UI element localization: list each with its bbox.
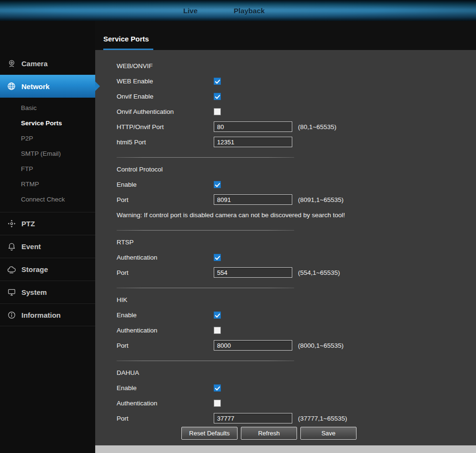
section-title-dahua: DAHUA <box>117 365 476 380</box>
sidebar-nav: CameraNetworkBasicService PortsP2PSMTP (… <box>0 21 95 453</box>
sidebar-item-label: Event <box>21 242 41 251</box>
hik-enable-checkbox[interactable] <box>214 312 221 319</box>
page: LivePlayback CameraNetworkBasicService P… <box>0 0 476 453</box>
form-row: Authentication <box>117 395 476 411</box>
control-protocol-enable-checkbox[interactable] <box>214 181 221 188</box>
field-label: Authentication <box>117 400 214 407</box>
form-row: WEB Enable <box>117 73 476 89</box>
sidebar-item-storage[interactable]: Storage <box>0 258 95 281</box>
section-title-rtsp: RTSP <box>117 234 476 250</box>
main-header: Service Ports <box>95 21 476 50</box>
form-row: Onvif Authentication <box>117 104 476 119</box>
range-hint: (80,1~65535) <box>298 123 337 131</box>
sidebar-item-system[interactable]: System <box>0 281 95 303</box>
sidebar-item-label: Storage <box>21 265 48 273</box>
topbar-tab-playback[interactable]: Playback <box>234 7 265 15</box>
sidebar-item-label: Network <box>21 82 50 91</box>
sidebar-item-label: PTZ <box>21 220 35 228</box>
sidebar-item-information[interactable]: Information <box>0 303 95 326</box>
section-title-control-protocol: Control Protocol <box>117 161 476 177</box>
field-label: Authentication <box>117 254 214 261</box>
rtsp-authentication-checkbox[interactable] <box>214 254 221 261</box>
sidebar-subitem-ftp[interactable]: FTP <box>0 161 95 177</box>
sidebar-item-label: System <box>21 288 47 296</box>
range-hint: (8091,1~65535) <box>298 196 344 203</box>
refresh-button[interactable]: Refresh <box>241 427 297 440</box>
dahua-port-input[interactable] <box>214 413 292 423</box>
form-row: Authentication <box>117 250 476 265</box>
control-protocol-port-input[interactable] <box>214 194 292 205</box>
sidebar-subitem-service-ports[interactable]: Service Ports <box>0 116 95 131</box>
sidebar-item-label: Information <box>21 311 61 319</box>
web-onvif-onvif-authentication-checkbox[interactable] <box>214 108 221 115</box>
section-divider <box>117 230 294 231</box>
info-icon <box>7 310 16 320</box>
form-row: Onvif Enable <box>117 89 476 104</box>
sidebar-item-label: Camera <box>21 60 48 68</box>
sidebar-item-event[interactable]: Event <box>0 235 95 258</box>
topbar: LivePlayback <box>0 0 476 21</box>
field-label: WEB Enable <box>117 78 214 85</box>
reset-defaults-button[interactable]: Reset Defaults <box>181 427 238 440</box>
bottom-strip <box>95 445 476 453</box>
section-divider <box>117 288 294 288</box>
field-label: Port <box>117 342 214 349</box>
field-label: Port <box>117 415 214 422</box>
hik-authentication-checkbox[interactable] <box>214 327 221 334</box>
field-label: Enable <box>117 181 214 188</box>
tab-service-ports[interactable]: Service Ports <box>103 35 153 50</box>
section-title-hik: HIK <box>117 292 476 307</box>
web-onvif-onvif-enable-checkbox[interactable] <box>214 93 221 100</box>
save-button[interactable]: Save <box>300 427 357 440</box>
form-row: Authentication <box>117 322 476 338</box>
topbar-tab-live[interactable]: Live <box>183 7 198 15</box>
sidebar-submenu: BasicService PortsP2PSMTP (Email)FTPRTMP… <box>0 98 95 212</box>
sidebar-item-network[interactable]: Network <box>0 75 95 98</box>
form-row: HTTP/Onvif Port(80,1~65535) <box>117 119 476 134</box>
form-row: Enable <box>117 307 476 322</box>
sidebar-item-ptz[interactable]: PTZ <box>0 212 95 235</box>
field-label: Enable <box>117 384 214 392</box>
form-row: Port(554,1~65535) <box>117 265 476 280</box>
app-body: CameraNetworkBasicService PortsP2PSMTP (… <box>0 21 476 453</box>
field-label: Authentication <box>117 327 214 334</box>
web-onvif-http-onvif-port-input[interactable] <box>214 121 292 132</box>
sidebar-subitem-smtp-email[interactable]: SMTP (Email) <box>0 146 95 161</box>
topbar-tabs: LivePlayback <box>183 7 265 15</box>
field-label: Onvif Enable <box>117 93 214 100</box>
action-buttons: Reset DefaultsRefreshSave <box>181 427 476 440</box>
service-ports-form: WEB/ONVIFWEB EnableOnvif EnableOnvif Aut… <box>117 58 476 426</box>
field-label: HTTP/Onvif Port <box>117 123 214 131</box>
section-divider <box>117 361 294 361</box>
storage-icon <box>7 265 16 274</box>
sidebar-subitem-rtmp[interactable]: RTMP <box>0 177 95 192</box>
sidebar-subitem-basic[interactable]: Basic <box>0 101 95 116</box>
dahua-authentication-checkbox[interactable] <box>214 400 221 407</box>
hik-port-input[interactable] <box>214 340 292 351</box>
section-title-web-onvif: WEB/ONVIF <box>117 58 476 73</box>
field-label: Port <box>117 269 214 276</box>
dahua-enable-checkbox[interactable] <box>214 384 221 392</box>
field-label: html5 Port <box>117 139 214 146</box>
ptz-icon <box>7 219 16 229</box>
main-panel: Service Ports WEB/ONVIFWEB EnableOnvif E… <box>95 21 476 453</box>
camera-icon <box>7 59 16 68</box>
warning-text: Warning: If control port is disabled cam… <box>117 207 476 222</box>
form-row: Port(8091,1~65535) <box>117 192 476 207</box>
form-row: Port(37777,1~65535) <box>117 411 476 426</box>
field-label: Onvif Authentication <box>117 108 214 115</box>
web-onvif-web-enable-checkbox[interactable] <box>214 78 221 85</box>
rtsp-port-input[interactable] <box>214 267 292 278</box>
range-hint: (554,1~65535) <box>298 269 340 276</box>
sidebar-item-camera[interactable]: Camera <box>0 52 95 75</box>
content: WEB/ONVIFWEB EnableOnvif EnableOnvif Aut… <box>95 50 476 445</box>
field-label: Enable <box>117 312 214 319</box>
form-row: Port(8000,1~65535) <box>117 338 476 353</box>
range-hint: (37777,1~65535) <box>298 415 347 422</box>
web-onvif-html5-port-input[interactable] <box>214 137 292 147</box>
section-divider <box>117 157 294 158</box>
sidebar-subitem-connect-check[interactable]: Connect Check <box>0 192 95 207</box>
sidebar-subitem-p2p[interactable]: P2P <box>0 131 95 146</box>
form-row: Enable <box>117 380 476 395</box>
form-row: html5 Port <box>117 134 476 150</box>
